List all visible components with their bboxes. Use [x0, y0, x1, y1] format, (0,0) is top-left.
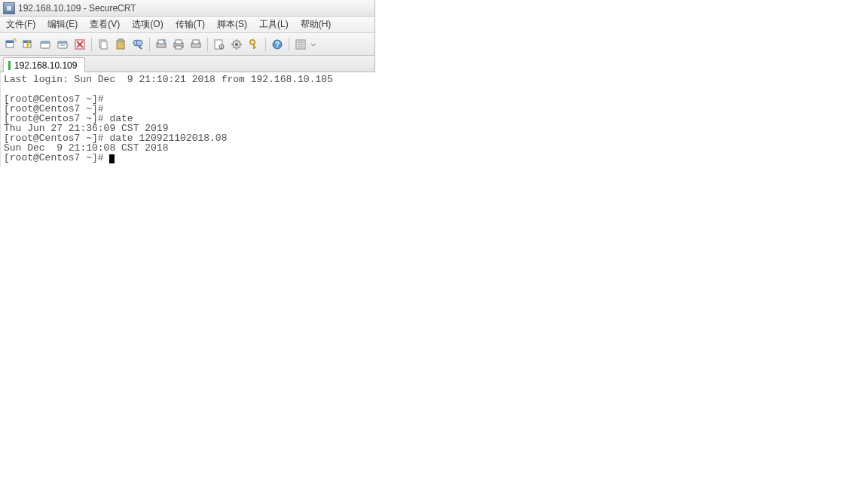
- toolbar-dropdown-icon[interactable]: [310, 38, 316, 50]
- svg-rect-1: [6, 41, 14, 43]
- terminal-output: Last login: Sun Dec 9 21:10:21 2018 from…: [4, 74, 333, 163]
- svg-rect-24: [176, 46, 182, 49]
- svg-rect-26: [193, 40, 199, 44]
- svg-rect-34: [253, 47, 256, 48]
- new-session-icon[interactable]: [3, 37, 18, 52]
- svg-point-21: [163, 39, 166, 42]
- terminal-cursor: [109, 154, 115, 163]
- print-screen-icon[interactable]: [188, 37, 203, 52]
- tab-label: 192.168.10.109: [14, 60, 77, 71]
- title-bar: 192.168.10.109 - SecureCRT: [0, 0, 374, 17]
- menu-script[interactable]: 脚本(S): [215, 17, 249, 32]
- print-setup-icon[interactable]: [154, 37, 169, 52]
- toolbar: ?: [0, 33, 374, 56]
- svg-rect-23: [176, 40, 182, 44]
- menu-edit[interactable]: 编辑(E): [46, 17, 79, 32]
- svg-rect-13: [101, 41, 107, 49]
- svg-point-31: [235, 43, 238, 46]
- help-icon[interactable]: ?: [270, 37, 285, 52]
- cancel-icon[interactable]: [72, 37, 87, 52]
- print-icon[interactable]: [171, 37, 186, 52]
- menu-view[interactable]: 查看(V): [88, 17, 121, 32]
- session-tab[interactable]: 192.168.10.109: [3, 57, 85, 72]
- paste-icon[interactable]: [113, 37, 128, 52]
- menu-bar: 文件(F) 编辑(E) 查看(V) 选项(O) 传输(T) 脚本(S) 工具(L…: [0, 17, 374, 33]
- session-options-icon[interactable]: [212, 37, 227, 52]
- svg-text:?: ?: [275, 41, 280, 49]
- quick-connect-icon[interactable]: [20, 37, 35, 52]
- svg-rect-5: [41, 41, 50, 44]
- app-icon: [3, 2, 15, 14]
- tab-status-icon: [8, 61, 11, 70]
- svg-point-29: [221, 46, 222, 47]
- global-options-icon[interactable]: [229, 37, 244, 52]
- menu-help[interactable]: 帮助(H): [299, 17, 333, 32]
- toolbar-separator: [207, 38, 208, 51]
- properties-icon[interactable]: [293, 37, 308, 52]
- svg-rect-7: [58, 41, 67, 44]
- toolbar-separator: [91, 38, 92, 51]
- reconnect-icon[interactable]: [38, 37, 53, 52]
- toolbar-separator: [265, 38, 266, 51]
- menu-tools[interactable]: 工具(L): [258, 17, 290, 32]
- menu-file[interactable]: 文件(F): [5, 17, 37, 32]
- menu-transfer[interactable]: 传输(T): [174, 17, 206, 32]
- svg-line-18: [139, 46, 142, 49]
- copy-icon[interactable]: [96, 37, 111, 52]
- terminal[interactable]: Last login: Sun Dec 9 21:10:21 2018 from…: [0, 72, 375, 166]
- toolbar-separator: [289, 38, 289, 51]
- tab-bar: 192.168.10.109: [0, 56, 374, 72]
- svg-point-17: [136, 40, 142, 46]
- svg-rect-14: [117, 41, 124, 49]
- svg-rect-15: [118, 39, 123, 41]
- window-title: 192.168.10.109 - SecureCRT: [18, 3, 136, 14]
- disconnect-icon[interactable]: [55, 37, 70, 52]
- toolbar-separator: [149, 38, 150, 51]
- menu-options[interactable]: 选项(O): [130, 17, 164, 32]
- keymap-icon[interactable]: [246, 37, 261, 52]
- find-icon[interactable]: [130, 37, 145, 52]
